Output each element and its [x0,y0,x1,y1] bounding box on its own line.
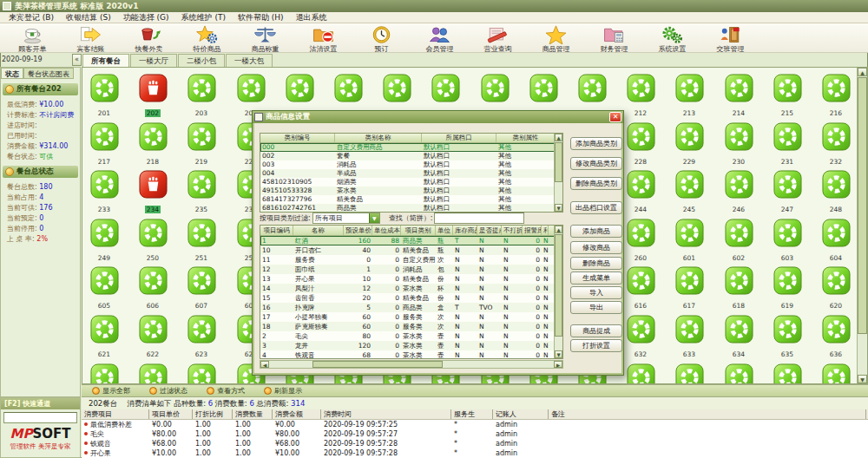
consumption-row[interactable]: 最低消费补差¥0.001.001.00¥0.002020-09-19 09:57… [82,420,868,429]
delete-item-button[interactable]: 删除商品 [570,257,622,270]
scrollbar-thumb[interactable] [858,77,867,334]
table-cell-637[interactable]: 637 [84,363,124,384]
item-row[interactable]: 14凤梨汁120茶水类杯NNN0N [260,284,556,293]
menu-item-2[interactable]: 功能选择 (G) [117,12,175,23]
sidebar-collapse-button[interactable]: « [72,54,82,66]
table-cell-244[interactable]: 244 [621,170,661,215]
view-button-3[interactable]: 刷新显示 [264,386,302,396]
item-row[interactable]: 4铁观音680茶水类壶NNN0N [260,350,556,359]
table-cell-235[interactable]: 235 [181,170,221,215]
scroll-down-icon[interactable]: ▼ [555,350,562,358]
toolbar-reservation-button[interactable]: 预订 [352,23,411,54]
table-cell-649[interactable]: 649 [669,363,709,384]
scroll-down-icon[interactable]: ▼ [555,204,562,212]
table-cell-213[interactable]: 213 [669,74,709,119]
table-cell-607[interactable]: 607 [181,266,221,311]
item-row[interactable]: 10开口杏仁400精美食品瓶NNN0N [260,245,556,255]
item-search-input[interactable] [434,213,524,224]
category-filter-select[interactable]: 所有项目 ▼ [312,213,380,224]
table-cell-636[interactable]: 636 [816,315,856,360]
grid-vertical-scrollbar[interactable]: ▲ ▼ [857,68,867,383]
delete-category-button[interactable]: 删除商品类别 [570,177,622,190]
table-cell-233[interactable]: 233 [84,170,124,215]
tab-status[interactable]: 状态 [1,68,23,79]
item-row[interactable]: 16扑克牌50商品类盒TTVON0N [260,303,556,312]
view-button-1[interactable]: 过滤状态 [149,386,187,396]
scrollbar-thumb[interactable] [555,142,562,182]
toolbar-takeout-button[interactable]: 快餐外卖 [120,23,178,54]
scrollbar-thumb[interactable] [312,361,443,368]
add-item-button[interactable]: 添加商品 [570,225,622,238]
toolbar-finance-button[interactable]: 财务管理 [585,23,643,54]
table-cell-249[interactable]: 249 [84,219,124,264]
item-row[interactable]: 12面巾纸10消耗品包NNN0N [260,265,556,274]
item-row[interactable]: 18萨克斯独奏600服务类次NNN0N [260,322,556,331]
consumption-row[interactable]: 开心果¥10.001.001.00¥10.002020-09-19 09:57:… [82,448,868,458]
toolbar-weighing-button[interactable]: 商品称重 [236,23,294,54]
table-cell-248[interactable]: 248 [816,170,856,215]
commission-button[interactable]: 商品提成 [570,324,622,337]
category-row[interactable]: 002套餐默认档口其他 [260,152,556,160]
menu-item-5[interactable]: 退出系统 [290,12,333,23]
menu-item-1[interactable]: 收银结算 (S) [60,12,117,23]
table-cell-602[interactable]: 602 [719,219,759,264]
table-cell-651[interactable]: 651 [767,363,807,384]
table-cell-229[interactable]: 229 [669,122,709,167]
table-cell-606[interactable]: 606 [133,266,173,311]
table-cell-202[interactable]: 202 [133,74,173,119]
table-cell-212[interactable]: 212 [621,74,661,119]
table-cell-635[interactable]: 635 [767,315,807,360]
scroll-right-icon[interactable]: ▶ [554,361,562,368]
toolbar-system-settings-button[interactable]: 系统设置 [643,23,701,54]
table-cell-246[interactable]: 246 [719,170,759,215]
table-cell-632[interactable]: 632 [621,315,661,360]
table-cell-247[interactable]: 247 [767,170,807,215]
scroll-up-icon[interactable]: ▲ [555,226,562,233]
category-row[interactable]: 6816102742761商品类默认档口其他 [260,204,556,213]
item-row[interactable]: 2毛尖800茶水类壶NNN0N [260,331,556,341]
table-cell-620[interactable]: 620 [816,266,856,311]
item-row[interactable]: 17小提琴独奏600服务类次NNN0N [260,312,556,322]
table-cell-214[interactable]: 214 [719,74,759,119]
table-cell-639[interactable]: 639 [181,363,221,384]
table-cell-603[interactable]: 603 [767,219,807,264]
discount-settings-button[interactable]: 打折设置 [570,339,622,352]
import-button[interactable]: 导入 [570,286,622,299]
scroll-left-icon[interactable]: ◀ [260,361,269,368]
table-cell-218[interactable]: 218 [133,122,173,167]
toolbar-soldout-button[interactable]: 沽清设置 [294,23,352,54]
tab-table-chart[interactable]: 餐台状态图表 [23,68,74,79]
category-table-scrollbar[interactable]: ▲ ▼ [554,134,562,212]
table-cell-638[interactable]: 638 [133,363,173,384]
table-cell-216[interactable]: 216 [816,74,856,119]
items-table-scrollbar[interactable]: ▲ ▼ [554,226,562,358]
floor-tab-2[interactable]: 二楼小包 [178,54,225,67]
view-button-2[interactable]: 查看方式 [207,386,245,396]
toolbar-members-button[interactable]: 会员管理 [411,23,469,54]
generate-menu-button[interactable]: 生成菜单 [570,272,622,285]
table-cell-634[interactable]: 634 [719,315,759,360]
category-row[interactable]: 004半成品默认档口其他 [260,169,556,178]
items-table-hscrollbar[interactable]: ◀ ▶ [260,360,563,369]
consumption-row[interactable]: 铁观音¥68.001.001.00¥68.002020-09-19 09:57:… [82,439,868,448]
table-cell-232[interactable]: 232 [816,122,856,167]
item-row[interactable]: 3龙井1200茶水类壶NNN0N [260,341,556,350]
table-cell-215[interactable]: 215 [767,74,807,119]
item-row[interactable]: 13开心果100精美食品份NNN0N [260,274,556,284]
scroll-down-icon[interactable]: ▼ [858,375,867,383]
category-row[interactable]: 000自定义费用商品默认档口其他 [260,143,556,152]
consumption-row[interactable]: 毛尖¥80.001.001.00¥80.002020-09-19 09:57:2… [82,429,868,439]
menu-item-3[interactable]: 系统维护 (T) [175,12,232,23]
floor-tab-1[interactable]: 一楼大厅 [130,54,177,67]
edit-category-button[interactable]: 修改商品类别 [570,157,622,170]
item-row[interactable]: 15齿留香200精美食品份NNN0N [260,293,556,303]
floor-tab-0[interactable]: 所有餐台 [82,54,129,67]
category-row[interactable]: 003消耗品默认档口其他 [260,160,556,169]
add-category-button[interactable]: 添加商品类别 [570,137,622,150]
table-cell-621[interactable]: 621 [84,315,124,360]
table-cell-217[interactable]: 217 [84,122,124,167]
category-row[interactable]: 681417327796精美食品默认档口其他 [260,195,556,204]
table-cell-201[interactable]: 201 [84,74,124,119]
table-cell-617[interactable]: 617 [669,266,709,311]
table-cell-601[interactable]: 601 [669,219,709,264]
